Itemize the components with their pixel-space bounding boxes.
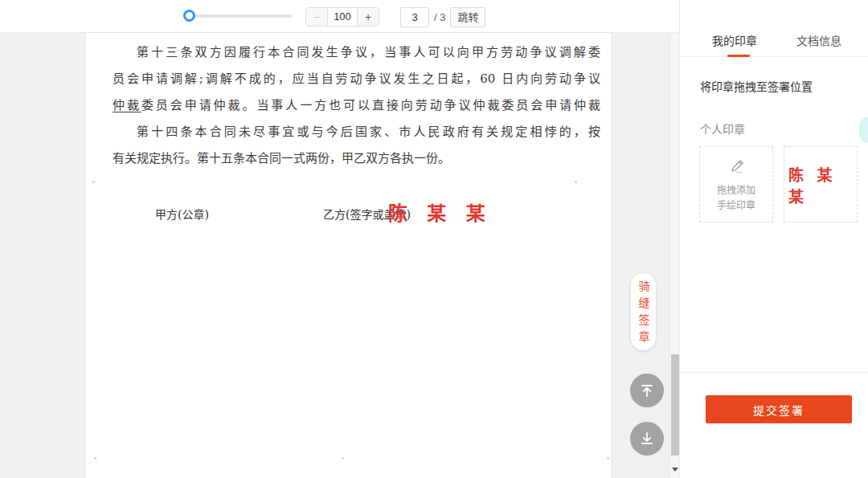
zoom-slider-handle[interactable] xyxy=(183,10,195,22)
submit-signature-button[interactable]: 提交签署 xyxy=(706,395,852,423)
zoom-level-value: 100 xyxy=(327,8,358,26)
page-jump-button[interactable]: 跳转 xyxy=(450,7,485,27)
page-grid-mark xyxy=(94,457,96,460)
page-grid-mark xyxy=(607,457,609,460)
pencil-icon xyxy=(726,156,747,177)
zoom-in-button[interactable]: + xyxy=(358,8,379,26)
scroll-to-bottom-icon xyxy=(639,431,655,447)
cross-page-seal-label: 骑缝签章 xyxy=(636,276,652,348)
zoom-out-button[interactable]: − xyxy=(306,8,327,26)
document-viewer: 第十三条双方因履行本合同发生争议，当事人可以向甲方劳动争议调解委 员会申请调解;… xyxy=(0,33,679,478)
contract-line: 员会申请调解;调解不成的，应当自劳动争议发生之日起，60 日内向劳动争议 xyxy=(113,66,600,92)
cross-page-seal-button[interactable]: 骑缝签章 xyxy=(631,273,656,350)
add-seal-label-line2: 手绘印章 xyxy=(717,198,755,214)
contract-line: 第十三条双方因履行本合同发生争议，当事人可以向甲方劳动争议调解委 xyxy=(113,39,600,66)
contract-page: 第十三条双方因履行本合同发生争议，当事人可以向甲方劳动争议调解委 员会申请调解;… xyxy=(86,33,611,478)
page-grid-mark xyxy=(342,457,344,460)
scroll-to-top-icon xyxy=(639,382,655,398)
page-grid-mark xyxy=(92,181,95,183)
contract-text: 第十三条双方因履行本合同发生争议，当事人可以向甲方劳动争议调解委 员会申请调解;… xyxy=(113,39,600,172)
zoom-control: − 100 + xyxy=(305,7,379,27)
tab-document-info[interactable]: 文档信息 xyxy=(796,32,841,48)
signature-row: 甲方(公章) 乙方(签字或盖章) 陈 某 某 xyxy=(86,198,611,230)
scroll-to-bottom-button[interactable] xyxy=(630,422,664,456)
add-seal-label-line1: 拖拽添加 xyxy=(717,183,755,198)
page-navigation: / 3 跳转 xyxy=(400,6,485,27)
esign-app: − 100 + / 3 跳转 第十三条双方因履行本合同发生争议，当事人可以向甲方… xyxy=(0,0,868,478)
personal-seal-section-title: 个人印章 xyxy=(700,121,745,137)
collapsed-panel-handle[interactable] xyxy=(859,117,868,143)
drag-seal-hint: 将印章拖拽至签署位置 xyxy=(700,78,813,94)
contract-line: 有关规定执行。第十五条本合同一式两份，甲乙双方各执一份。 xyxy=(113,145,600,172)
contract-line: 仲裁委员会申请仲裁。当事人一方也可以直接向劳动争议仲裁委员会申请仲裁 xyxy=(113,92,600,119)
scrollbar-down-arrow[interactable] xyxy=(672,468,678,472)
document-scrollbar[interactable] xyxy=(669,33,679,478)
scrollbar-thumb[interactable] xyxy=(671,354,679,456)
active-tab-indicator xyxy=(727,55,750,57)
add-handdrawn-seal-card[interactable]: 拖拽添加 手绘印章 xyxy=(699,146,773,223)
seal-sidebar: 我的印章 文档信息 将印章拖拽至签署位置 个人印章 拖拽添加 手绘印章 陈 某 … xyxy=(679,0,868,478)
tab-my-seals[interactable]: 我的印章 xyxy=(712,32,757,48)
sidebar-tabs: 我的印章 文档信息 xyxy=(680,0,868,57)
page-total-label: / 3 xyxy=(434,11,445,23)
party-b-signature-stamp[interactable]: 陈 某 某 xyxy=(388,198,492,226)
personal-seal-name: 陈 某 某 xyxy=(784,163,857,206)
divider xyxy=(680,372,868,373)
document-toolbar: − 100 + / 3 跳转 xyxy=(0,0,679,33)
personal-seal-card[interactable]: 陈 某 某 xyxy=(784,146,858,223)
contract-underlined-text: 仲裁 xyxy=(113,98,141,112)
scroll-to-top-button[interactable] xyxy=(630,374,664,407)
zoom-slider[interactable] xyxy=(189,14,292,18)
page-grid-mark xyxy=(575,181,577,183)
page-number-input[interactable] xyxy=(400,7,429,27)
contract-line: 第十四条本合同未尽事宜或与今后国家、市人民政府有关规定相悖的，按 xyxy=(113,119,600,145)
contract-line-text: 委员会申请仲裁。当事人一方也可以直接向劳动争议仲裁委员会申请仲裁 xyxy=(141,98,600,112)
party-a-seal-label: 甲方(公章) xyxy=(155,206,209,222)
